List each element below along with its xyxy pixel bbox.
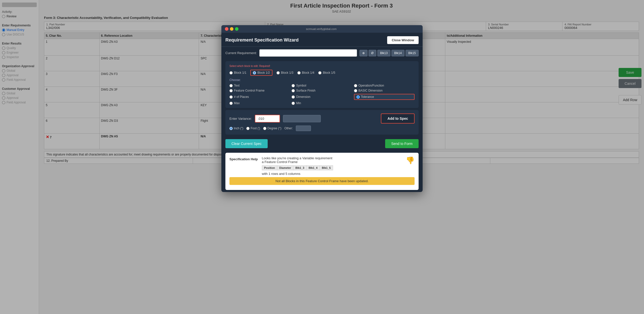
- req-btn-blk14[interactable]: Blk14: [391, 50, 405, 56]
- thumbs-down-icon[interactable]: 👎: [406, 156, 415, 165]
- modal-title: Requirement Specification Wizard: [225, 37, 299, 43]
- action-buttons: Clear Current Spec Send to Form: [221, 137, 423, 151]
- req-btn-blk15[interactable]: Blk15: [406, 50, 419, 56]
- variance-row: Enter Variance: Add to Spec: [229, 113, 415, 124]
- spec-help-table: PositionDiameterBlk1_3Blk1_4Blk1_5: [262, 165, 333, 170]
- titlebar-dots: [225, 27, 238, 31]
- choose-places[interactable]: # of Places: [229, 94, 290, 100]
- choose-symbol[interactable]: Symbol: [292, 84, 352, 87]
- current-req-input[interactable]: [259, 49, 357, 57]
- spec-help-col: Blk1_3: [293, 166, 306, 170]
- spec-help-section: Specification Help Looks like you're cre…: [225, 153, 419, 190]
- dot-green[interactable]: [235, 27, 238, 31]
- choose-fcf[interactable]: Feature Control Frame: [229, 89, 290, 92]
- warning-bar: Not all Blocks in this Feature Control F…: [229, 177, 415, 185]
- dot-yellow[interactable]: [230, 27, 233, 31]
- unit-degree[interactable]: Degree (°): [263, 127, 281, 130]
- block-options: Block 1/1 Block 1/2 Block 1/3 Block 1/4: [229, 70, 415, 76]
- variance-input-2[interactable]: [283, 115, 321, 122]
- block-section: Select which block to edit: Required! Bl…: [225, 61, 419, 108]
- current-req-label: Current Requirement:: [225, 51, 257, 55]
- choose-max[interactable]: Max: [229, 101, 290, 105]
- spec-help-row: Specification Help Looks like you're cre…: [229, 156, 415, 176]
- send-to-form-button[interactable]: Send to Form: [385, 139, 419, 148]
- variance-section: Enter Variance: Add to Spec Inch (") Foo…: [225, 110, 419, 135]
- spec-help-col: Blk1_4: [306, 166, 319, 170]
- block-1-4[interactable]: Block 1/4: [297, 70, 314, 76]
- req-btn-blk13[interactable]: Blk13: [377, 50, 390, 56]
- spec-help-content: Looks like you're creating a Variable re…: [262, 156, 402, 176]
- titlebar-url: scrmuat.verifyglobal.com: [238, 27, 404, 30]
- block-1-1[interactable]: Block 1/1: [229, 70, 246, 76]
- block-1-2[interactable]: Block 1/2: [250, 70, 272, 76]
- modal-header: Requirement Specification Wizard Close W…: [221, 33, 423, 47]
- block-1-5[interactable]: Block 1/5: [318, 70, 335, 76]
- choose-label: Choose:: [229, 78, 415, 82]
- close-window-button[interactable]: Close Window: [387, 36, 419, 44]
- spec-help-label: Specification Help: [229, 156, 258, 161]
- req-btn-plus[interactable]: ⊕: [359, 50, 368, 56]
- modal-overlay: scrmuat.verifyglobal.com Requirement Spe…: [0, 0, 644, 314]
- modal-titlebar: scrmuat.verifyglobal.com: [221, 25, 423, 33]
- spec-help-col: Position: [262, 166, 277, 170]
- choose-operation[interactable]: Operation/Function: [354, 84, 415, 87]
- spec-help-text1: Looks like you're creating a Variable re…: [262, 156, 402, 160]
- choose-surface[interactable]: Surface Finish: [292, 89, 352, 92]
- block-1-3[interactable]: Block 1/3: [276, 70, 293, 76]
- unit-options: Inch (") Foot (') Degree (°) Other:: [229, 126, 415, 131]
- choose-basic[interactable]: BASIC Dimension: [354, 89, 415, 92]
- dot-red[interactable]: [225, 27, 228, 31]
- choose-dimension[interactable]: Dimension: [292, 94, 352, 100]
- req-buttons: ⊕ Ø Blk13 Blk14 Blk15: [359, 50, 419, 56]
- choose-options: Text Symbol Operation/Function Feature C…: [229, 84, 415, 105]
- other-input[interactable]: [296, 126, 311, 131]
- spec-help-col: Diameter: [277, 166, 293, 170]
- required-label: Required!: [259, 65, 270, 67]
- enter-variance-label: Enter Variance:: [229, 117, 252, 121]
- other-label: Other:: [284, 127, 293, 130]
- choose-min[interactable]: Min: [292, 101, 352, 105]
- choose-tolerance[interactable]: Tolerance: [354, 94, 415, 100]
- variance-input-1[interactable]: [255, 115, 280, 123]
- req-btn-diameter[interactable]: Ø: [369, 50, 376, 56]
- current-requirement-row: Current Requirement: ⊕ Ø Blk13 Blk14 Blk…: [221, 47, 423, 59]
- spec-help-text2: a Feature Control Frame: [262, 160, 402, 164]
- spec-help-text3: with 1 rows and 5 columns: [262, 172, 402, 176]
- unit-foot[interactable]: Foot ('): [246, 127, 260, 130]
- block-select-label: Select which block to edit: Required!: [229, 64, 415, 68]
- add-to-spec-button[interactable]: Add to Spec: [381, 113, 415, 124]
- modal: scrmuat.verifyglobal.com Requirement Spe…: [221, 25, 423, 192]
- unit-inch[interactable]: Inch ("): [229, 127, 243, 130]
- spec-help-col: Blk1_5: [320, 166, 333, 170]
- clear-current-spec-button[interactable]: Clear Current Spec: [225, 139, 268, 148]
- choose-text[interactable]: Text: [229, 84, 290, 87]
